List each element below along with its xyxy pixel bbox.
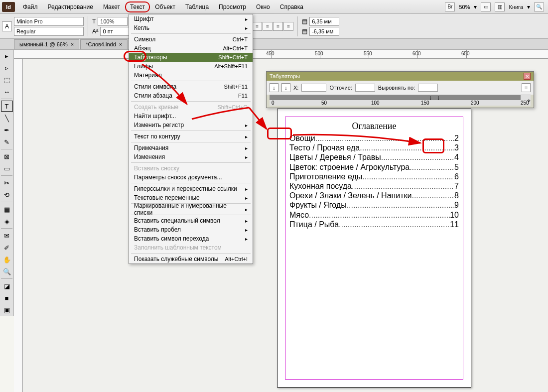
rectangle-frame-tool[interactable]: ⊠ [1, 151, 13, 162]
baseline-field[interactable]: 0 пт [100, 27, 130, 36]
tab-center-align-button[interactable]: ↓ [281, 83, 290, 92]
screen-mode-icon[interactable]: ▭ [481, 2, 491, 11]
x-input[interactable] [301, 84, 326, 92]
menu-item[interactable]: ТабуляторыShift+Ctrl+T [129, 53, 253, 62]
menu-item[interactable]: Вставить специальный символ▸ [129, 216, 253, 225]
direct-selection-tool[interactable]: ▹ [1, 62, 13, 73]
menu-макет[interactable]: Макет [98, 1, 125, 12]
tabs-ruler[interactable]: ↓ ↓ ⌖ 050100150200250 [270, 95, 531, 106]
scale-h-icon: T [92, 18, 96, 25]
close-icon[interactable]: × [71, 41, 74, 47]
close-icon[interactable]: × [119, 41, 122, 47]
leader-input[interactable] [355, 84, 375, 92]
menu-текст[interactable]: Текст [125, 1, 150, 12]
offset-top-field[interactable]: 6,35 мм [309, 17, 339, 26]
note-tool[interactable]: ✉ [1, 230, 13, 241]
bridge-icon[interactable]: Br [445, 2, 455, 11]
char-mode-icon[interactable]: A [2, 21, 12, 31]
menu-item[interactable]: Кегль▸ [129, 23, 253, 32]
menu-item[interactable]: Изменения▸ [129, 152, 253, 161]
toc-row: Овощи...................................… [289, 133, 459, 143]
arrange-icon[interactable]: ▥ [495, 2, 505, 11]
document-tab[interactable]: ымянный-1 @ 66%× [14, 39, 79, 49]
menu-item[interactable]: Текстовые переменные▸ [129, 193, 253, 202]
page-tool[interactable]: ⬚ [1, 74, 13, 85]
toc-row: Орехи / Злаки / Зелень / Напитки........… [289, 191, 459, 200]
align-on-label: Выровнять по: [378, 85, 415, 91]
menu-item[interactable]: Вставить пробел▸ [129, 225, 253, 234]
toc-row: Цветок: строение / Агрокультура.........… [289, 162, 459, 172]
toc-row: Приготовление еды.......................… [289, 172, 459, 181]
offset-bottom-field[interactable]: -6,35 мм [309, 27, 339, 36]
leader-label: Отточие: [329, 85, 352, 91]
menu-item[interactable]: Маркированные и нумерованные списки▸ [129, 205, 253, 214]
menu-редактирование[interactable]: Редактирование [43, 1, 98, 12]
canvas[interactable]: Оглавление Овощи........................… [23, 59, 548, 392]
menu-файл[interactable]: Файл [18, 1, 43, 12]
pen-tool[interactable]: ✒ [1, 125, 13, 135]
close-icon[interactable]: ✕ [524, 73, 531, 80]
free-transform-tool[interactable]: ⟲ [1, 189, 13, 200]
menu-таблица[interactable]: Таблица [180, 1, 214, 12]
menu-item[interactable]: Материал [129, 71, 253, 80]
gradient-tool[interactable]: ▦ [1, 204, 13, 215]
menu-item[interactable]: СимволCtrl+T [129, 35, 253, 44]
font-family-field[interactable]: Minion Pro [14, 17, 84, 26]
toc-row: Тесто / Прочая еда......................… [289, 143, 459, 152]
menu-item[interactable]: Гиперссылки и перекрестные ссылки▸ [129, 184, 253, 193]
scale-h-field[interactable]: 100% [98, 17, 128, 26]
text-frame[interactable]: Оглавление Овощи........................… [285, 117, 463, 380]
menu-item[interactable]: Шрифт▸ [129, 14, 253, 23]
menu-item[interactable]: Вставить символ перехода▸ [129, 234, 253, 243]
view-mode[interactable]: ▣ [1, 304, 13, 315]
fill-stroke-swap[interactable]: ◪ [1, 280, 13, 291]
font-style-field[interactable]: Regular [14, 27, 84, 36]
gradient-feather-tool[interactable]: ◈ [1, 216, 13, 227]
app-logo: Id [2, 2, 15, 12]
search-icon[interactable]: 🔍 [534, 2, 544, 11]
tabs-panel-menu-icon[interactable]: ≡ [522, 83, 531, 92]
tab-marker[interactable]: ↓ [437, 94, 440, 101]
toolbox: ▸ ▹ ⬚ ↔ T ╲ ✒ ✎ ⊠ ▭ ✂ ⟲ ▦ ◈ ✉ ✐ ✋ 🔍 ◪ ■ … [0, 50, 14, 316]
hand-tool[interactable]: ✋ [1, 254, 13, 265]
type-tool[interactable]: T [1, 101, 13, 112]
workspace-label[interactable]: Книга [509, 4, 523, 10]
pencil-tool[interactable]: ✎ [1, 136, 13, 147]
menu-item: Вставить сноску [129, 164, 253, 173]
vertical-ruler [14, 59, 23, 392]
zoom-display[interactable]: 50% [459, 4, 470, 10]
x-label: X: [293, 85, 298, 91]
align-buttons[interactable]: ≡≡≡≡ [252, 22, 293, 31]
scissors-tool[interactable]: ✂ [1, 177, 13, 188]
menu-окно[interactable]: Окно [251, 1, 275, 12]
zoom-tool[interactable]: 🔍 [1, 266, 13, 277]
menu-item[interactable]: Стили абзацаF11 [129, 91, 253, 100]
tab-left-align-button[interactable]: ↓ [270, 83, 278, 92]
tabs-panel-title[interactable]: Табуляторы ✕ [267, 72, 534, 81]
menu-item[interactable]: АбзацAlt+Ctrl+T [129, 44, 253, 53]
toc-title: Оглавление [289, 121, 459, 131]
menu-item[interactable]: Примечания▸ [129, 143, 253, 152]
menu-item[interactable]: Стили символаShift+F11 [129, 82, 253, 91]
apply-color[interactable]: ■ [1, 292, 13, 303]
control-panel: A Minion Pro Regular T100% Aª0 пт T100% … [0, 14, 548, 39]
line-tool[interactable]: ╲ [1, 113, 13, 124]
menu-item[interactable]: ГлифыAlt+Shift+F11 [129, 62, 253, 71]
selection-tool[interactable]: ▸ [1, 50, 13, 61]
menu-справка[interactable]: Справка [275, 1, 308, 12]
menu-item[interactable]: Текст по контуру▸ [129, 132, 253, 141]
menu-item: Заполнить шаблонным текстом [129, 243, 253, 252]
menu-item[interactable]: Найти шрифт... [129, 112, 253, 121]
menu-item[interactable]: Показать служебные символыAlt+Ctrl+I [129, 255, 253, 263]
eyedropper-tool[interactable]: ✐ [1, 242, 13, 253]
menu-item[interactable]: Параметры сносок документа... [129, 173, 253, 182]
menu-объект[interactable]: Объект [150, 1, 180, 12]
menu-item[interactable]: Изменить регистр▸ [129, 121, 253, 130]
document-tab[interactable]: *Слов4.indd× [80, 39, 128, 49]
toc-row: Мясо....................................… [289, 210, 459, 220]
toc-row: Фрукты / Ягоды..........................… [289, 200, 459, 210]
align-on-input[interactable] [418, 84, 438, 92]
menu-просмотр[interactable]: Просмотр [214, 1, 251, 12]
rectangle-tool[interactable]: ▭ [1, 163, 13, 174]
gap-tool[interactable]: ↔ [1, 86, 13, 97]
